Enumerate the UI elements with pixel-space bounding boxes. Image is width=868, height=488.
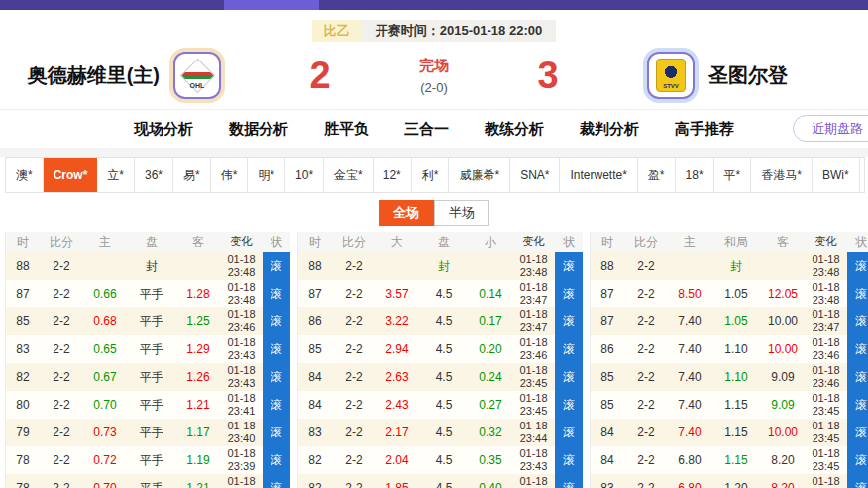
top-scrollbar-thumb[interactable] xyxy=(224,0,319,10)
live-status-cell[interactable]: 滚 xyxy=(263,419,290,446)
minute-cell: 88 xyxy=(591,252,624,280)
live-status-cell[interactable]: 滚 xyxy=(263,307,290,335)
live-status-cell[interactable]: 滚 xyxy=(263,474,290,488)
bookmaker-tab[interactable]: 澳* xyxy=(6,158,44,192)
nav-item[interactable]: 现场分析 xyxy=(134,120,193,139)
score-cell: 2-2 xyxy=(332,419,376,446)
odds-row: 832-20.65平手1.2901-1823:43滚 xyxy=(6,335,290,363)
bookmaker-tab[interactable]: 金宝* xyxy=(324,158,374,192)
bookmaker-tab[interactable]: 12* xyxy=(374,158,412,192)
odds-cell: 1.28 xyxy=(176,280,220,307)
bookmaker-tab[interactable]: 10* xyxy=(285,158,324,192)
live-status-cell[interactable]: 滚 xyxy=(555,363,583,391)
bookmaker-tab[interactable]: 明* xyxy=(248,158,285,192)
league-badge: 比乙 xyxy=(312,20,362,42)
live-status-cell[interactable]: 滚 xyxy=(263,391,290,419)
live-status-cell[interactable]: 滚 xyxy=(555,446,583,474)
live-status-cell[interactable]: 滚 xyxy=(847,307,868,335)
odds-row: 872-23.574.50.1401-1823:47滚 xyxy=(298,280,583,307)
score-cell: 2-2 xyxy=(332,280,376,307)
nav-item[interactable]: 教练分析 xyxy=(485,120,544,139)
score-cell: 2-2 xyxy=(40,419,83,446)
live-status-cell[interactable]: 滚 xyxy=(263,280,290,307)
change-time-cell: 01-1823:39 xyxy=(220,446,263,474)
odds-cell: 1.85 xyxy=(376,474,419,488)
line-cell: 平手 xyxy=(127,474,176,488)
minute-cell: 87 xyxy=(6,280,40,307)
line-cell: 封 xyxy=(419,252,469,280)
live-status-cell[interactable]: 滚 xyxy=(847,419,868,446)
bookmaker-tab[interactable]: 香港马* xyxy=(751,158,813,192)
score-cell: 2-2 xyxy=(332,474,376,488)
odds-cell: 7.40 xyxy=(668,307,711,335)
score-cell: 2-2 xyxy=(624,474,668,488)
nav-item[interactable]: 胜平负 xyxy=(324,120,369,139)
match-status: 完场 xyxy=(360,57,508,75)
bookmaker-tab[interactable]: Interwette* xyxy=(560,158,637,192)
bookmaker-tab[interactable]: 36* xyxy=(135,158,173,192)
nav-item[interactable]: 数据分析 xyxy=(229,120,288,139)
live-status-cell[interactable]: 滚 xyxy=(263,252,290,280)
bookmaker-tab[interactable]: 立* xyxy=(97,158,135,192)
recent-trend-button[interactable]: 近期盘路 xyxy=(793,115,868,142)
minute-cell: 83 xyxy=(591,474,624,488)
change-time-cell: 01-1823:44 xyxy=(805,474,847,488)
live-status-cell[interactable]: 滚 xyxy=(847,363,868,391)
nav-item[interactable]: 裁判分析 xyxy=(580,120,639,139)
live-status-cell[interactable]: 滚 xyxy=(263,446,290,474)
period-toggle-option[interactable]: 半场 xyxy=(434,200,489,226)
live-status-cell[interactable]: 滚 xyxy=(847,252,868,280)
odds-row: 822-20.67平手1.2601-1823:43滚 xyxy=(6,363,290,391)
bookmaker-tab[interactable]: 平* xyxy=(714,158,752,192)
away-logo-emblem-icon: STVV xyxy=(656,59,686,92)
odds-row: 862-23.224.50.1701-1823:47滚 xyxy=(298,307,583,335)
minute-cell: 82 xyxy=(298,474,332,488)
live-status-cell[interactable]: 滚 xyxy=(555,391,583,419)
main-nav: 现场分析数据分析胜平负三合一教练分析裁判分析高手推荐 xyxy=(134,120,734,139)
nav-item[interactable]: 三合一 xyxy=(404,120,449,139)
live-status-cell[interactable]: 滚 xyxy=(847,474,868,488)
live-status-cell[interactable]: 滚 xyxy=(847,446,868,474)
bookmaker-tab[interactable]: 易* xyxy=(173,158,211,192)
line-cell: 平手 xyxy=(127,335,176,363)
live-status-cell[interactable]: 滚 xyxy=(555,419,583,446)
live-status-cell[interactable]: 滚 xyxy=(847,391,868,419)
match-status-block: 完场 (2-0) xyxy=(360,57,508,95)
live-status-cell[interactable]: 滚 xyxy=(555,252,583,280)
live-status-cell[interactable]: 滚 xyxy=(847,335,868,363)
live-status-cell[interactable]: 滚 xyxy=(555,335,583,363)
column-header: 变化 xyxy=(512,235,555,248)
live-status-cell[interactable]: 滚 xyxy=(555,307,583,335)
change-time-cell: 01-1823:43 xyxy=(220,335,263,363)
live-status-cell[interactable]: 滚 xyxy=(555,280,583,307)
odds-cell xyxy=(761,252,805,280)
change-time-cell: 01-1823:46 xyxy=(805,335,847,363)
change-time-cell: 01-1823:40 xyxy=(220,419,263,446)
bookmaker-tab[interactable]: 伟* xyxy=(211,158,249,192)
bookmaker-tab[interactable]: 盈* xyxy=(638,158,676,192)
bookmaker-tab[interactable]: 18* xyxy=(676,158,714,192)
score-cell: 2-2 xyxy=(40,474,83,488)
bookmaker-tab[interactable]: BWi* xyxy=(813,158,860,192)
live-status-cell[interactable]: 滚 xyxy=(555,474,583,488)
bookmaker-tab[interactable]: 利* xyxy=(412,158,450,192)
odds-cell: 0.70 xyxy=(83,474,127,488)
period-toggle-option[interactable]: 全场 xyxy=(379,200,434,226)
live-status-cell[interactable]: 滚 xyxy=(847,280,868,307)
bookmaker-tab[interactable]: 威廉希* xyxy=(449,158,510,192)
change-time-cell: 01-1823:48 xyxy=(805,252,847,280)
nav-item[interactable]: 高手推荐 xyxy=(675,120,734,139)
bookmaker-tab[interactable]: SNA* xyxy=(510,158,560,192)
odds-cell: 6.80 xyxy=(668,474,711,488)
line-cell: 4.5 xyxy=(419,307,469,335)
odds-row: 782-20.72平手1.1901-1823:39滚 xyxy=(6,446,290,474)
bookmaker-tab[interactable]: Crow* xyxy=(44,158,98,192)
column-header: 比分 xyxy=(332,234,376,251)
odds-cell: 0.24 xyxy=(469,363,512,391)
line-cell: 平手 xyxy=(127,307,176,335)
column-header: 时 xyxy=(298,234,332,251)
odds-row: 872-20.66平手1.2801-1823:48滚 xyxy=(6,280,290,307)
score-cell: 2-2 xyxy=(332,252,376,280)
live-status-cell[interactable]: 滚 xyxy=(263,335,290,363)
live-status-cell[interactable]: 滚 xyxy=(263,363,290,391)
